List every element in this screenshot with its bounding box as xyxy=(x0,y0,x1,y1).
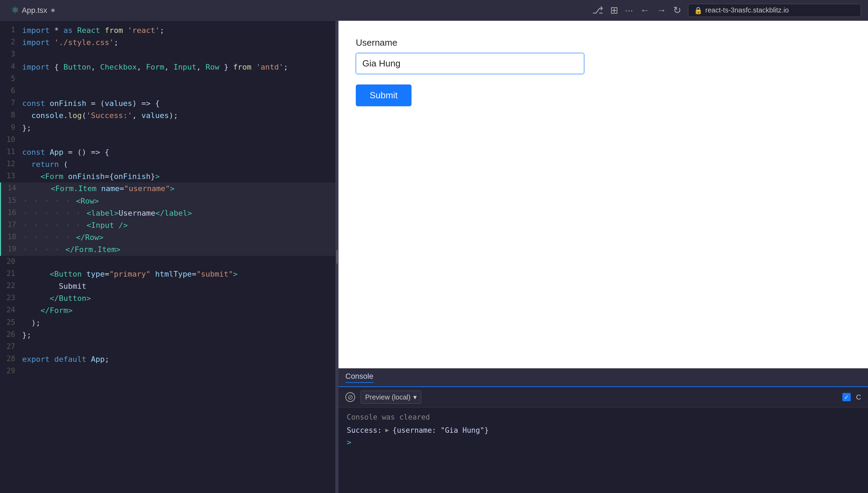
line-number: 28 xyxy=(1,353,22,365)
tag-token: <Form xyxy=(40,172,63,181)
code-line-24: 24 </Form> xyxy=(0,304,335,316)
code-line-27: 27 xyxy=(0,341,335,353)
code-line-29: 29 xyxy=(0,365,335,377)
str-token: './style.css' xyxy=(54,38,114,47)
tag-token: </label xyxy=(155,209,188,217)
split-editor-button[interactable]: ⊞ xyxy=(610,6,618,15)
console-cleared-text: Console was cleared xyxy=(347,413,860,421)
kw-token: const xyxy=(22,148,45,156)
console-checkbox[interactable]: ✓ xyxy=(842,393,851,401)
op-token: = ( xyxy=(86,99,105,108)
op-token: = xyxy=(119,184,124,193)
submit-button[interactable]: Submit xyxy=(356,84,412,106)
dots-token: · · · · · · xyxy=(23,221,87,230)
top-bar: ⚛ App.tsx ⎇ ⊞ ··· ← → ↻ 🔒 react-ts-3nasf… xyxy=(0,0,868,21)
nav-forward-button[interactable]: → xyxy=(657,6,666,15)
console-expand-arrow[interactable]: ▶ xyxy=(385,426,389,433)
tag-token: <Input xyxy=(87,221,114,230)
tag-token: </Form xyxy=(40,306,68,315)
attr-token: type xyxy=(86,270,105,278)
op-token: ={ xyxy=(105,172,114,181)
op-token xyxy=(73,26,77,35)
code-line-1: 1import * as React from 'react'; xyxy=(0,24,335,36)
form-username-label: Username xyxy=(356,37,851,48)
tab-app-tsx[interactable]: ⚛ App.tsx xyxy=(7,3,59,17)
branch-button[interactable]: ⎇ xyxy=(592,6,603,15)
line-number: 21 xyxy=(1,268,22,280)
type-token: Checkbox xyxy=(100,63,137,71)
var-token: values xyxy=(105,99,132,108)
op-token: { xyxy=(49,63,63,71)
tag-token: > xyxy=(99,233,103,242)
code-editor[interactable]: 1import * as React from 'react';2import … xyxy=(0,21,336,493)
attr-token: name xyxy=(101,184,119,193)
punct-token: ; xyxy=(114,38,118,47)
address-bar[interactable]: 🔒 react-ts-3nasfc.stackblitz.io xyxy=(688,4,861,17)
punct-token: ( xyxy=(82,111,86,120)
punct-token: }; xyxy=(22,331,31,339)
line-content xyxy=(22,365,334,377)
kw-token: export xyxy=(22,355,49,364)
tab-modified-dot xyxy=(51,9,55,12)
line-number: 13 xyxy=(1,170,22,182)
line-content: import { Button, Checkbox, Form, Input, … xyxy=(22,61,334,73)
preview-select-label: Preview (local) xyxy=(365,393,410,401)
resize-handle[interactable] xyxy=(336,21,338,493)
punct-token: . xyxy=(63,111,68,120)
op-token xyxy=(45,99,49,108)
console-tab[interactable]: Console xyxy=(345,372,373,383)
op-token xyxy=(22,270,49,278)
reload-button[interactable]: ↻ xyxy=(673,6,681,15)
right-panel: Username Submit Console ⊘ Preview (local… xyxy=(338,21,868,493)
op-token: * xyxy=(49,26,63,35)
line-number: 14 xyxy=(2,182,23,194)
op-token xyxy=(22,294,49,303)
op-token: Username xyxy=(119,209,155,217)
kw-token: import xyxy=(22,63,49,71)
op-token: } xyxy=(151,172,155,181)
op-token xyxy=(82,270,86,278)
tag-token: > xyxy=(116,245,120,254)
more-options-button[interactable]: ··· xyxy=(625,6,633,15)
code-line-14: 14 <Form.Item name="username"> xyxy=(0,182,335,195)
tag-token: > xyxy=(86,294,91,303)
nav-back-button[interactable]: ← xyxy=(640,6,650,15)
line-content: · · · · </Form.Item> xyxy=(23,243,334,256)
code-line-4: 4import { Button, Checkbox, Form, Input,… xyxy=(0,61,335,73)
line-content: }; xyxy=(22,122,334,134)
var-token: console xyxy=(31,111,64,120)
dots-token: · · · · xyxy=(23,245,65,254)
dots-token: · · · · · xyxy=(23,233,76,242)
punct-token: ; xyxy=(283,63,288,71)
line-number: 4 xyxy=(1,61,22,73)
op-token: , xyxy=(164,63,174,71)
op-token: Submit xyxy=(22,282,86,290)
line-content: <Form onFinish={onFinish}> xyxy=(22,170,334,182)
block-icon[interactable]: ⊘ xyxy=(345,392,355,402)
tag-token: <Button xyxy=(49,270,82,278)
var-token: values xyxy=(141,111,169,120)
str-token: 'Success:' xyxy=(86,111,132,120)
console-prompt[interactable]: > xyxy=(347,438,860,447)
chevron-down-icon: ▾ xyxy=(413,393,417,401)
tag-token: > xyxy=(233,270,237,278)
kw-token: const xyxy=(22,99,45,108)
line-number: 11 xyxy=(1,146,22,158)
code-line-18: 18· · · · · </Row> xyxy=(0,231,335,243)
line-content: console.log('Success:', values); xyxy=(22,109,334,122)
code-line-16: 16· · · · · · <label>Username</label> xyxy=(0,207,335,219)
toolbar-actions: ⎇ ⊞ ··· ← → ↻ 🔒 react-ts-3nasfc.stackbli… xyxy=(592,4,861,17)
line-content xyxy=(22,85,334,97)
resize-dot xyxy=(336,250,338,264)
username-input[interactable] xyxy=(356,53,584,74)
op-token: ) => { xyxy=(132,99,160,108)
line-number: 20 xyxy=(1,256,22,268)
op-token xyxy=(97,184,101,193)
preview-area: Username Submit xyxy=(338,21,868,368)
tab-label: App.tsx xyxy=(22,6,47,15)
preview-select[interactable]: Preview (local) ▾ xyxy=(361,391,421,404)
op-token xyxy=(22,160,31,169)
code-line-13: 13 <Form onFinish={onFinish}> xyxy=(0,170,335,182)
tag-token: /> xyxy=(119,221,128,230)
str-token: "submit" xyxy=(196,270,233,278)
